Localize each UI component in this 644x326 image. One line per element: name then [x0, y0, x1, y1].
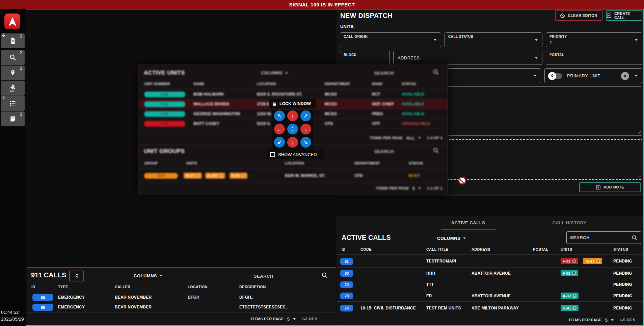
unit-badge[interactable]: TEST✕ — [583, 258, 602, 264]
postal-input[interactable]: POSTAL — [546, 51, 642, 65]
remove-unit-icon[interactable]: ✕ — [196, 174, 200, 178]
search-placeholder: SEARCH — [570, 235, 590, 240]
unit-group-row[interactable]: TEST M-27✕ A-102✕ D-02✕ 8329 W. MARKEL S… — [138, 169, 448, 182]
move-down-left-button[interactable]: ↙ — [274, 137, 285, 148]
calls911-columns-dropdown[interactable]: COLUMNS — [134, 273, 162, 278]
app-logo[interactable] — [4, 14, 20, 29]
show-advanced-checkbox[interactable] — [270, 152, 275, 157]
sidebar-item-court[interactable] — [1, 81, 25, 96]
add-note-label: ADD NOTE — [603, 185, 624, 189]
move-left-button[interactable]: ← — [274, 124, 285, 134]
remove-unit-icon[interactable]: ✕ — [219, 174, 223, 178]
unit-badge[interactable]: G-01✕ — [561, 305, 579, 311]
clear-editor-button[interactable]: CLEAR EDITOR — [555, 10, 602, 21]
call-row[interactable]: 81 TESTFROMAPI F-31✕ TEST✕ PENDING — [337, 255, 643, 268]
map-pin-icon — [9, 69, 16, 77]
unit-groups-pagination[interactable]: ITEMS PER PAGE 5 1-1 OF 1 — [138, 184, 442, 192]
clear-x-circle-icon[interactable]: ✕ — [621, 72, 629, 80]
call911-row[interactable]: 88 EMERGENCY BEAR NOVEMBER ETSETETSTSEES… — [27, 302, 336, 312]
call-row[interactable]: 76 10-15: CIVIL DISTURBANCE TEST REM UNI… — [337, 302, 643, 314]
tab-call-history[interactable]: CALL HISTORY — [522, 220, 617, 225]
search-icon[interactable] — [321, 272, 328, 279]
call-row[interactable]: 78 FD ABATTOIR AVENUE A-02✕ PENDING — [337, 290, 643, 302]
remove-unit-icon[interactable]: ✕ — [241, 174, 245, 178]
call-row[interactable]: 79 TTT PENDING — [337, 279, 643, 290]
unit-groups-search[interactable]: SEARCH — [374, 149, 394, 154]
calls-search-input[interactable]: SEARCH — [566, 231, 641, 244]
sidebar-item-reports[interactable]: 2 — [1, 33, 25, 48]
lock-icon — [272, 101, 277, 106]
move-down-button[interactable]: ↓ — [287, 137, 298, 148]
address-select[interactable]: ADDRESS — [393, 51, 542, 65]
call-origin-select[interactable]: CALL ORIGIN — [340, 32, 441, 47]
clear-editor-label: CLEAR EDITOR — [568, 14, 597, 18]
calls911-pagination[interactable]: ITEMS PER PAGE 5 1-2 OF 2 — [27, 315, 317, 323]
sidebar-item-list[interactable] — [1, 96, 25, 111]
search-icon[interactable] — [433, 69, 439, 75]
unit-number-badge: A-02 — [144, 92, 185, 97]
remove-unit-icon[interactable]: ✕ — [596, 259, 600, 263]
plus-square-icon — [596, 185, 601, 190]
block-input[interactable]: BLOCK — [340, 51, 390, 65]
unit-row[interactable]: A-02 BOB HALMARK 8319 S. ROCKFORD ST. MC… — [138, 90, 448, 99]
unit-number-badge: F-03 — [144, 121, 185, 127]
resize-handle[interactable] — [637, 131, 641, 134]
search-icon[interactable] — [433, 147, 439, 154]
resize-handle[interactable] — [637, 174, 641, 178]
sidebar-item-map[interactable]: 2 — [1, 66, 25, 80]
call-status-select[interactable]: CALL STATUS — [445, 32, 542, 47]
primary-unit-toggle[interactable] — [548, 72, 563, 80]
move-right-button[interactable]: → — [300, 124, 311, 134]
active-units-search[interactable]: SEARCH — [374, 71, 394, 76]
active-units-header-row: UNIT NUMBER NAME LOCATION DEPARTMENT RAN… — [138, 82, 448, 89]
unit-badge[interactable]: F-31✕ — [561, 258, 578, 264]
unit-badge[interactable]: F-01✕ — [561, 270, 578, 276]
group-unit-badge[interactable]: D-02✕ — [230, 173, 247, 179]
tab-underline — [441, 229, 496, 230]
call-status: PENDING — [613, 271, 632, 276]
add-note-button[interactable]: ADD NOTE — [579, 182, 641, 192]
call-row[interactable]: 80 HHH ABATTOIR AVENUE F-01✕ PENDING — [337, 268, 643, 279]
create-call-button[interactable]: CREATE CALL — [606, 10, 642, 21]
sidebar-item-search[interactable]: 2 — [1, 50, 25, 65]
document-icon — [9, 37, 17, 45]
calls-pagination[interactable]: ITEMS PER PAGE 5 1-5 OF 5 — [337, 315, 635, 325]
remove-unit-icon[interactable]: ✕ — [572, 294, 576, 298]
remove-unit-icon[interactable]: ✕ — [572, 306, 576, 310]
move-up-left-button[interactable]: ↖ — [274, 110, 285, 121]
lock-window-tooltip[interactable]: LOCK WINDOW — [269, 99, 316, 108]
delete-calls-button[interactable] — [69, 271, 84, 281]
group-unit-badge[interactable]: M-27✕ — [184, 173, 202, 179]
remove-unit-icon[interactable]: ✕ — [572, 259, 576, 263]
tab-active-calls[interactable]: ACTIVE CALLS — [421, 220, 515, 225]
show-advanced-toggle[interactable]: SHOW ADVANCED — [267, 150, 324, 159]
unit-badge[interactable]: A-02✕ — [561, 293, 579, 299]
sidebar-item-notes[interactable]: 2 — [1, 111, 25, 126]
move-center-button[interactable] — [287, 124, 298, 134]
primary-unit-select[interactable]: PRIMARY UNIT ✕ — [544, 68, 642, 83]
move-up-right-button[interactable]: ↗ — [300, 110, 311, 121]
move-down-right-button[interactable]: ↘ — [300, 137, 311, 148]
call-status: PENDING — [613, 282, 632, 287]
remove-unit-icon[interactable]: ✕ — [572, 271, 576, 275]
calls911-search[interactable]: SEARCH — [254, 274, 273, 279]
move-up-button[interactable]: ↑ — [287, 110, 298, 121]
group-unit-badge[interactable]: A-102✕ — [205, 173, 225, 179]
unit-status: AVAILABLE — [402, 102, 424, 106]
call-origin-label: CALL ORIGIN — [344, 35, 368, 39]
chevron-down-icon — [635, 75, 638, 77]
call-status-label: CALL STATUS — [448, 35, 473, 39]
chevron-down-icon — [611, 319, 614, 321]
chevron-down-icon — [535, 57, 538, 59]
search-icon — [9, 54, 17, 61]
call911-row[interactable]: 89 EMERGENCY BEAR NOVEMBER DFGH DFGH.. — [27, 293, 336, 302]
unit-status: UNAVAILABLE — [402, 121, 430, 126]
priority-label: PRIORITY — [549, 35, 567, 39]
call-id-badge: 78 — [340, 293, 353, 299]
calls-columns-dropdown[interactable]: COLUMNS — [437, 236, 466, 241]
active-units-columns-dropdown[interactable]: COLUMNS — [261, 71, 288, 75]
priority-select[interactable]: PRIORITY 1 — [546, 32, 642, 47]
columns-label: COLUMNS — [437, 236, 460, 241]
note-icon — [9, 116, 16, 122]
ban-icon — [560, 13, 565, 18]
